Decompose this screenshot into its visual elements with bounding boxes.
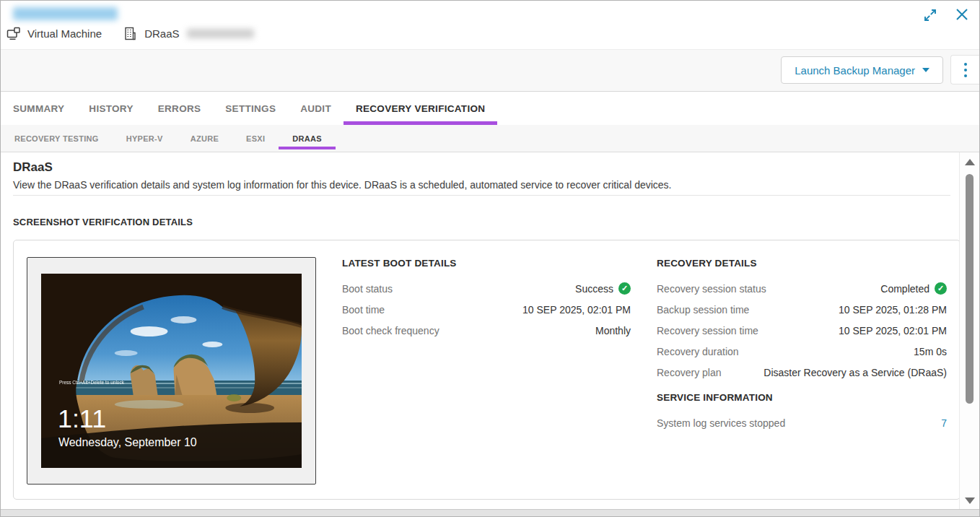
- tab-summary[interactable]: SUMMARY: [1, 92, 76, 125]
- success-check-icon: [618, 282, 631, 295]
- scroll-up-arrow-icon[interactable]: [965, 159, 975, 165]
- service-name-redacted: [187, 29, 254, 38]
- recovery-details-title: RECOVERY DETAILS: [657, 258, 947, 272]
- lock-screen-time: 1:11: [58, 404, 106, 433]
- device-details-dialog: Virtual Machine DRaaS: [0, 0, 980, 517]
- page-title: DRaaS: [13, 160, 53, 175]
- vertical-scrollbar-thumb[interactable]: [966, 174, 974, 404]
- service-type-label: DRaaS: [144, 27, 179, 40]
- virtual-machine-icon: [6, 27, 21, 40]
- horizontal-scrollbar[interactable]: [1, 509, 979, 516]
- subtab-draas[interactable]: DRAAS: [279, 125, 336, 152]
- table-row: System log services stopped 7: [657, 412, 947, 433]
- service-information-title: SERVICE INFORMATION: [657, 392, 947, 407]
- recovery-details-section: RECOVERY DETAILS Recovery session status…: [657, 258, 947, 433]
- tab-recovery-verification[interactable]: RECOVERY VERIFICATION: [344, 92, 497, 125]
- table-row: Recovery session status Completed: [657, 278, 947, 299]
- divider: [13, 195, 950, 196]
- success-check-icon: [935, 282, 947, 295]
- draas-building-icon: [123, 27, 138, 40]
- services-stopped-count-link[interactable]: 7: [941, 417, 947, 429]
- lock-screen-image: Press Ctrl+Alt+Delete to unlock 1:11 Wed…: [41, 274, 302, 468]
- table-row: Boot status Success: [342, 278, 631, 299]
- device-name-redacted[interactable]: [13, 7, 118, 20]
- table-row: Boot time 10 SEP 2025, 02:01 PM: [342, 299, 631, 320]
- close-dialog-icon[interactable]: [953, 6, 971, 23]
- verification-details-card: Press Ctrl+Alt+Delete to unlock 1:11 Wed…: [13, 240, 961, 500]
- subtab-recovery-testing[interactable]: RECOVERY TESTING: [1, 125, 113, 152]
- unlock-hint-text: Press Ctrl+Alt+Delete to unlock: [59, 380, 125, 385]
- vertical-scrollbar[interactable]: [959, 152, 979, 509]
- chevron-down-icon: [922, 68, 929, 72]
- device-meta-row: Virtual Machine DRaaS: [6, 27, 254, 40]
- launch-backup-manager-label: Launch Backup Manager: [795, 64, 915, 77]
- expand-dialog-icon[interactable]: [922, 7, 938, 23]
- screenshot-thumbnail[interactable]: Press Ctrl+Alt+Delete to unlock 1:11 Wed…: [27, 257, 316, 485]
- table-row: Recovery duration 15m 0s: [657, 341, 947, 362]
- tab-audit[interactable]: AUDIT: [288, 92, 344, 125]
- table-row: Recovery session time 10 SEP 2025, 02:01…: [657, 320, 947, 341]
- subtab-esxi[interactable]: ESXI: [232, 125, 279, 152]
- tab-settings[interactable]: SETTINGS: [213, 92, 288, 125]
- service-information-section: System log services stopped 7: [657, 412, 947, 433]
- boot-details-title: LATEST BOOT DETAILS: [342, 258, 631, 272]
- table-row: Recovery plan Disaster Recovery as a Ser…: [657, 362, 947, 383]
- table-row: Backup session time 10 SEP 2025, 01:28 P…: [657, 299, 947, 320]
- sub-tab-bar: RECOVERY TESTING HYPER-V AZURE ESXI DRAA…: [1, 125, 979, 152]
- subtab-hyper-v[interactable]: HYPER-V: [113, 125, 177, 152]
- boot-details-section: LATEST BOOT DETAILS Boot status Success …: [342, 258, 631, 341]
- device-type-label: Virtual Machine: [27, 27, 102, 40]
- main-tab-bar: SUMMARY HISTORY ERRORS SETTINGS AUDIT RE…: [1, 92, 979, 125]
- toolbar: Launch Backup Manager: [1, 50, 979, 92]
- screenshot-verification-section-title: SCREENSHOT VERIFICATION DETAILS: [13, 217, 193, 227]
- tab-errors[interactable]: ERRORS: [146, 92, 214, 125]
- lock-screen-date: Wednesday, September 10: [58, 436, 197, 448]
- launch-backup-manager-button[interactable]: Launch Backup Manager: [781, 56, 943, 84]
- more-options-kebab-button[interactable]: [950, 55, 979, 84]
- draas-panel: DRaaS View the DRaaS verification detail…: [1, 152, 979, 509]
- table-row: Boot check frequency Monthly: [342, 320, 631, 341]
- tab-history[interactable]: HISTORY: [76, 92, 145, 125]
- page-description: View the DRaaS verification details and …: [13, 179, 672, 191]
- scroll-down-arrow-icon[interactable]: [965, 498, 975, 504]
- subtab-azure[interactable]: AZURE: [177, 125, 232, 152]
- dialog-header: Virtual Machine DRaaS: [1, 1, 979, 50]
